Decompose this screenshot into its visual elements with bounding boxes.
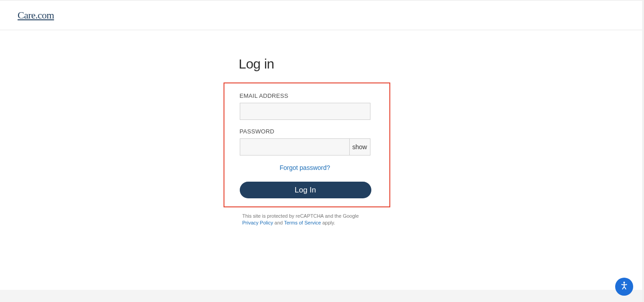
login-form-highlight: EMAIL ADDRESS PASSWORD show Forgot passw… <box>224 82 390 207</box>
legal-suffix: apply. <box>321 220 335 225</box>
login-submit-button[interactable]: Log In <box>240 182 371 198</box>
main-content: Log in EMAIL ADDRESS PASSWORD show Forgo… <box>0 30 644 227</box>
site-header: Care.com <box>0 0 644 30</box>
recaptcha-legal-note: This site is protected by reCAPTCHA and … <box>239 213 370 227</box>
page-title: Log in <box>239 56 406 72</box>
email-label: EMAIL ADDRESS <box>240 92 374 99</box>
show-password-button[interactable]: show <box>349 139 370 155</box>
forgot-password-row: Forgot password? <box>240 164 370 172</box>
accessibility-icon <box>619 281 629 293</box>
accessibility-button[interactable] <box>615 278 633 296</box>
legal-and: and <box>273 220 284 225</box>
password-label: PASSWORD <box>240 128 374 135</box>
brand-logo-link[interactable]: Care.com <box>7 9 54 22</box>
terms-of-service-link[interactable]: Terms of Service <box>284 220 321 225</box>
email-input[interactable] <box>240 103 370 120</box>
svg-point-0 <box>623 282 625 284</box>
email-field-group: EMAIL ADDRESS <box>240 92 374 120</box>
password-field-group: PASSWORD show <box>240 128 374 156</box>
footer-bar <box>0 290 642 302</box>
brand-crescent-icon <box>7 9 18 22</box>
login-container: Log in EMAIL ADDRESS PASSWORD show Forgo… <box>239 56 406 227</box>
privacy-policy-link[interactable]: Privacy Policy <box>242 220 273 225</box>
vertical-scrollbar[interactable] <box>642 0 644 302</box>
password-input[interactable] <box>240 139 349 155</box>
legal-prefix: This site is protected by reCAPTCHA and … <box>242 213 359 219</box>
forgot-password-link[interactable]: Forgot password? <box>279 164 330 171</box>
brand-name: Care.com <box>18 9 54 21</box>
password-input-row: show <box>240 138 370 156</box>
